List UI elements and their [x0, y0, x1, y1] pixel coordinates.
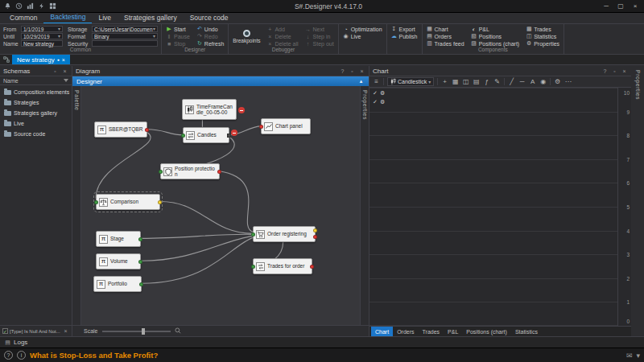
tab-pnl[interactable]: P&L [444, 327, 462, 336]
visibility-checkbox[interactable]: ✓ [373, 99, 378, 105]
visibility-checkbox[interactable]: ✓ [373, 90, 378, 97]
component-positions-button[interactable]: ▧Positions [470, 33, 521, 39]
panes-icon[interactable]: ◫ [462, 78, 469, 85]
export-button[interactable]: ↧Export [390, 26, 419, 32]
crosshair-icon[interactable]: + [441, 78, 448, 85]
until-date-select[interactable]: 10/29/2019▾ [21, 33, 63, 39]
chart-bars-icon[interactable] [26, 2, 34, 10]
tab-orders[interactable]: Orders [393, 327, 418, 336]
chart-type-select[interactable]: Candlestick ▾ [387, 77, 434, 86]
node-candles[interactable]: Candles [183, 127, 229, 143]
more-icon[interactable]: ⋯ [564, 78, 572, 85]
designer-strategy-bar[interactable]: Designer ▴ [72, 76, 369, 86]
redo-button[interactable]: ↷Redo [196, 33, 225, 39]
tab-positions-chart[interactable]: Positions (chart) [462, 327, 511, 336]
node-timeframe-candle[interactable]: TimeFrameCandle_00-05-00 [182, 99, 237, 120]
diagram-canvas[interactable]: π SBER@TQBR TimeFrameCandle_00-05-00 Can [81, 86, 360, 325]
alarm-clock-icon[interactable] [14, 2, 23, 10]
chart-plot[interactable]: ✓ ⚙ ✓ ⚙ [369, 88, 617, 326]
grid-icon[interactable]: ▦ [452, 78, 459, 85]
delete-breakpoint-button[interactable]: ×Delete [266, 33, 299, 39]
close-icon[interactable]: × [61, 68, 68, 74]
input-port[interactable] [251, 232, 255, 237]
tree-item-strategies-gallery[interactable]: Strategies gallery [0, 108, 72, 118]
strategy-name-input[interactable]: New strategy [21, 40, 63, 47]
close-tab-icon[interactable]: × [62, 57, 65, 63]
bell-icon[interactable] [3, 2, 11, 10]
text-annotation-icon[interactable]: A [529, 78, 536, 85]
output-port[interactable] [227, 134, 231, 138]
tree-item-live[interactable]: Live [0, 118, 72, 129]
pause-button[interactable]: ‖Pause [165, 33, 191, 39]
ribbon-tab-common[interactable]: Common [3, 13, 43, 23]
info-circle-icon[interactable]: i [17, 351, 26, 360]
node-chart-panel[interactable]: Chart panel [261, 118, 311, 134]
breakpoint-badge-icon[interactable] [231, 130, 237, 136]
help-circle-icon[interactable]: ? [4, 351, 13, 360]
node-stage[interactable]: π Stage [96, 231, 141, 247]
layout-grid-icon[interactable] [48, 2, 56, 10]
output-port[interactable] [139, 282, 143, 286]
ribbon-tab-live[interactable]: Live [92, 13, 118, 23]
palette-collapsed-tab[interactable]: Palette [72, 86, 81, 325]
next-button[interactable]: →Next [304, 26, 335, 32]
pin-icon[interactable]: ▫ [52, 68, 59, 74]
component-properties-button[interactable]: ⚙Properties [525, 40, 560, 47]
mail-icon[interactable]: ✉ [626, 352, 633, 360]
breakpoints-button[interactable]: Breakpoints [232, 26, 261, 47]
output-port[interactable] [158, 200, 162, 204]
tree-item-strategies[interactable]: Strategies [0, 97, 72, 108]
scale-slider[interactable] [102, 331, 171, 332]
series-settings-gear-icon[interactable]: ⚙ [380, 99, 385, 105]
collapse-icon[interactable]: ▴ [357, 78, 365, 84]
stop-button[interactable]: ■Stop [165, 40, 191, 47]
close-icon[interactable]: × [358, 68, 365, 74]
input-port[interactable] [159, 170, 163, 174]
tree-item-composition-elements[interactable]: Composition elements [0, 87, 72, 97]
scale-slider-thumb[interactable] [142, 328, 145, 335]
node-portfolio[interactable]: π Portfolio [93, 276, 142, 292]
filter-checkbox[interactable]: ✓ [2, 328, 8, 334]
node-security-sber[interactable]: π SBER@TQBR [94, 121, 147, 138]
minimize-button[interactable]: ─ [601, 2, 612, 11]
node-order-registering[interactable]: Order registering [253, 226, 316, 242]
step-out-button[interactable]: ↑Step out [304, 40, 335, 47]
format-select[interactable]: Binary▾ [92, 33, 158, 39]
component-trades-button[interactable]: ▩Trades [525, 26, 560, 32]
from-date-select[interactable]: 1/1/2019▾ [21, 26, 63, 32]
maximize-button[interactable]: ▢ [615, 2, 626, 11]
node-comparison[interactable]: Comparison [96, 194, 160, 210]
tab-chart[interactable]: Chart [371, 327, 393, 336]
output-port[interactable] [217, 170, 221, 174]
node-volume[interactable]: π Volume [96, 253, 141, 269]
marker-icon[interactable]: ◉ [539, 78, 547, 85]
diagram-properties-collapsed-tab[interactable]: Properties [360, 86, 369, 325]
clear-filter-icon[interactable]: × [62, 328, 69, 334]
ribbon-tab-strategies-gallery[interactable]: Strategies gallery [118, 13, 184, 23]
filter-funnel-icon[interactable] [64, 79, 68, 82]
settings-gear-icon[interactable]: ⚙ [554, 78, 561, 85]
draw-pencil-icon[interactable]: ✎ [493, 78, 501, 85]
component-positions-chart-button[interactable]: ▨Positions (chart) [470, 40, 521, 47]
component-orders-button[interactable]: ▤Orders [426, 33, 465, 39]
start-button[interactable]: ▶Start [165, 26, 191, 32]
tab-trades[interactable]: Trades [419, 327, 444, 336]
legend-icon[interactable]: ▤ [473, 78, 480, 85]
input-port[interactable] [251, 265, 255, 269]
undo-button[interactable]: ↶Undo [196, 26, 225, 32]
logs-collapsed-panel[interactable]: ▤ Logs [0, 336, 644, 348]
output-port[interactable] [145, 128, 149, 132]
indicator-fx-icon[interactable]: ƒ [483, 78, 490, 85]
refresh-button[interactable]: ↻Refresh [196, 40, 225, 47]
optimization-button[interactable]: ◔Optimization [342, 26, 383, 32]
step-in-button[interactable]: ↓Step in [304, 33, 335, 39]
output-port[interactable] [310, 265, 314, 269]
pin-icon[interactable]: ▫ [611, 68, 618, 74]
breakpoint-badge-icon[interactable] [238, 107, 245, 113]
series-settings-gear-icon[interactable]: ⚙ [380, 90, 385, 97]
chevron-down-icon[interactable]: ▾ [636, 352, 640, 360]
ribbon-tab-backtesting[interactable]: Backtesting [43, 12, 92, 23]
output-port[interactable] [313, 235, 317, 239]
close-button[interactable]: × [630, 2, 641, 11]
diagram-doc-icon[interactable] [2, 56, 10, 64]
